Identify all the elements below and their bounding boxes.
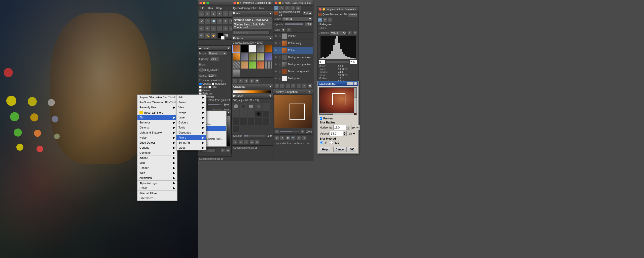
pattern-5[interactable] (232, 53, 240, 61)
menu-help[interactable]: Help (215, 6, 223, 10)
image-zoom-select[interactable]: Auto (302, 11, 312, 16)
size-checkbox[interactable] (208, 86, 211, 88)
layers-tab[interactable]: ≡ (274, 6, 279, 11)
opacity-input[interactable] (210, 57, 219, 61)
pattern-8[interactable] (257, 53, 264, 61)
hist-min[interactable] (323, 8, 325, 11)
horizontal-up[interactable]: ▲ (346, 125, 350, 127)
layers-opacity-input[interactable] (305, 22, 312, 26)
horizontal-spin[interactable]: ▲ ▼ (333, 125, 350, 130)
tool-zoom[interactable]: 🔍 (199, 33, 204, 39)
tool-move[interactable]: ✛ (205, 26, 210, 31)
pattern-9[interactable] (265, 53, 272, 61)
layer-tool5[interactable]: + (297, 83, 301, 88)
filter-item-distorts[interactable]: Distorts ▶ (137, 125, 177, 130)
layers-opacity-slider[interactable] (285, 23, 303, 25)
filter-item-edge[interactable]: Edge-Detect ▶ (137, 140, 177, 145)
filter-item-render[interactable]: Render ▶ (137, 165, 177, 170)
filter-item-blur[interactable]: Blur ▶ (137, 115, 177, 120)
vertical-unit[interactable]: px (348, 131, 356, 136)
patterns-arrow[interactable]: ▼ (269, 37, 272, 40)
layer-tool7[interactable]: ⬒ (308, 83, 312, 88)
brush-9[interactable] (263, 110, 270, 117)
hist-refresh-btn[interactable]: ↺ (353, 31, 357, 35)
channel-select[interactable]: Value (330, 30, 347, 35)
pattern-3[interactable] (257, 45, 264, 53)
nav-tool1[interactable]: ⊡ (274, 136, 279, 140)
brush-3[interactable] (255, 103, 262, 110)
brush-11[interactable] (240, 118, 247, 125)
brush-toolbar-3[interactable]: + (244, 140, 248, 144)
layer-tool1[interactable]: ⬡ (274, 83, 279, 88)
edit-item-3[interactable]: Image ▶ (176, 110, 206, 115)
hardness-checkbox[interactable] (212, 83, 214, 85)
edit-item-0[interactable]: Edit ▶ (176, 95, 206, 100)
tool-fuzzy-select[interactable]: ✦ (217, 11, 222, 17)
zoom-out-btn[interactable]: − (275, 130, 279, 134)
brush-0[interactable] (232, 103, 239, 110)
tool-color-picker[interactable]: 🎨 (211, 33, 216, 39)
brush-12[interactable] (247, 118, 255, 125)
nav-tool3[interactable]: ⬢ (285, 136, 290, 140)
filter-item-enhance[interactable]: Enhance ▶ (137, 120, 177, 125)
tool-align[interactable]: ⊞ (199, 26, 204, 31)
gaussian-min-btn[interactable]: _ (347, 82, 350, 85)
eye-palette[interactable]: 👁 (274, 35, 278, 38)
layer-colour-copy[interactable]: 👁 ⛓ Colour copy (273, 40, 313, 47)
fonts-arrow[interactable]: ▼ (269, 12, 272, 15)
rate-slider[interactable] (207, 104, 222, 106)
pattern-4[interactable] (265, 45, 272, 53)
hist-range-max[interactable] (350, 60, 357, 64)
layers-close[interactable] (275, 2, 277, 4)
brushes-arrow[interactable]: ▼ (269, 94, 272, 98)
filter-item-light[interactable]: Light and Shadow ▶ (137, 130, 177, 135)
pattern-0[interactable] (232, 45, 240, 53)
layer-tool4[interactable]: ✎ (291, 83, 296, 88)
edit-item-1[interactable]: Select ▶ (176, 100, 206, 105)
brush-13[interactable] (255, 118, 262, 125)
font-item-1[interactable]: Nimbus Sans L Bold Italic (233, 17, 272, 23)
eye-background[interactable]: 👁 (274, 77, 278, 80)
filter-item-web[interactable]: Web ▶ (137, 170, 177, 175)
gaussian-hscroll[interactable] (319, 113, 354, 115)
brush-10[interactable] (232, 118, 239, 125)
hist-close[interactable] (319, 8, 321, 11)
horizontal-down[interactable]: ▼ (346, 127, 350, 130)
layer-bg-window[interactable]: 👁 ⛓ Background window (273, 54, 313, 61)
edit-item-2[interactable]: View ▶ (176, 105, 206, 110)
mode-select[interactable]: Normal (208, 51, 227, 56)
gradients-arrow[interactable]: ▼ (269, 85, 272, 88)
tool-crop[interactable]: ⊡ (211, 26, 216, 31)
layers-mode-select[interactable]: Normal (282, 16, 312, 21)
hist-zoom-select[interactable]: Auto (348, 12, 358, 17)
gaussian-close-btn[interactable]: × (354, 82, 357, 85)
brush-7[interactable] (247, 110, 255, 117)
brush-5[interactable] (232, 110, 239, 117)
brush-15[interactable] (232, 125, 239, 133)
pattern-12[interactable] (248, 61, 256, 69)
minimize-button[interactable] (203, 2, 205, 4)
vertical-spin[interactable]: ▲ ▼ (330, 131, 347, 136)
pattern-tool2[interactable]: ✎ (238, 79, 243, 83)
hist-range-min[interactable] (319, 60, 325, 64)
undo-tab[interactable]: ↺ (290, 6, 295, 11)
layer-brown-bg[interactable]: 👁 ⛓ Brown background (273, 68, 313, 75)
fgbg-collapse[interactable]: ▼ (227, 111, 230, 114)
ok-button[interactable]: OK (348, 147, 356, 152)
tool-rotate[interactable]: ↺ (217, 26, 222, 31)
edit-item-10[interactable]: Video ▶ (176, 145, 206, 150)
hist-tab3[interactable]: S (328, 17, 332, 22)
zoom-slider[interactable] (280, 131, 299, 132)
tool-ellipse-select[interactable]: ○ (205, 11, 210, 17)
edit-item-4[interactable]: Layer ▶ (176, 115, 206, 120)
vertical-up[interactable]: ▲ (343, 131, 346, 134)
filter-item-reset[interactable]: Reset all Filters (137, 110, 177, 115)
horizontal-unit[interactable]: px (351, 125, 360, 130)
tool-eraser[interactable]: ◻ (205, 18, 210, 24)
brush-toolbar-2[interactable]: ↺ (238, 140, 243, 144)
brush-14[interactable] (263, 118, 270, 125)
paths-tab[interactable]: ⟲ (285, 6, 290, 11)
nav-tool6[interactable]: ⊗ (302, 136, 307, 140)
lock-btn2[interactable]: ✎ (287, 28, 291, 32)
eye-bg-gradient[interactable]: 👁 (274, 63, 278, 66)
